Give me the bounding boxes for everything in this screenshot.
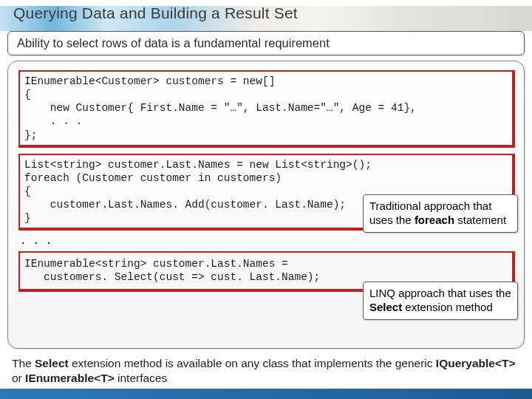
subtitle-text: Ability to select rows of data is a fund… bbox=[17, 36, 330, 50]
slide: Querying Data and Building a Result Set … bbox=[0, 0, 532, 399]
callout-text-tail: extension method bbox=[402, 301, 493, 313]
footer-bold: IEnumerable<T> bbox=[25, 372, 115, 384]
callout-linq: LINQ approach that uses the Select exten… bbox=[363, 282, 518, 320]
footer-bold: Select bbox=[35, 357, 69, 369]
callout-bold: Select bbox=[369, 301, 402, 313]
callout-text-tail: statement bbox=[454, 214, 506, 226]
footer-seg: The bbox=[12, 357, 35, 369]
footer-bar bbox=[0, 389, 532, 399]
code-card: IEnumerable<Customer> customers = new[] … bbox=[7, 61, 525, 349]
callout-text: LINQ approach that uses the bbox=[369, 287, 511, 299]
footer-bold: IQueryable<T> bbox=[436, 357, 516, 369]
code-ellipsis: . . . bbox=[18, 231, 514, 251]
page-title: Querying Data and Building a Result Set bbox=[13, 4, 298, 22]
footer-seg: extension method is available on any cla… bbox=[69, 357, 436, 369]
footer-text: The Select extension method is available… bbox=[12, 356, 520, 386]
callout-bold: foreach bbox=[415, 214, 454, 226]
code-block-declare: IEnumerable<Customer> customers = new[] … bbox=[18, 70, 515, 148]
footer-seg: interfaces bbox=[115, 372, 168, 384]
footer-seg: or bbox=[12, 372, 25, 384]
callout-foreach: Traditional approach that uses the forea… bbox=[363, 194, 518, 233]
subtitle-box: Ability to select rows of data is a fund… bbox=[7, 31, 525, 55]
